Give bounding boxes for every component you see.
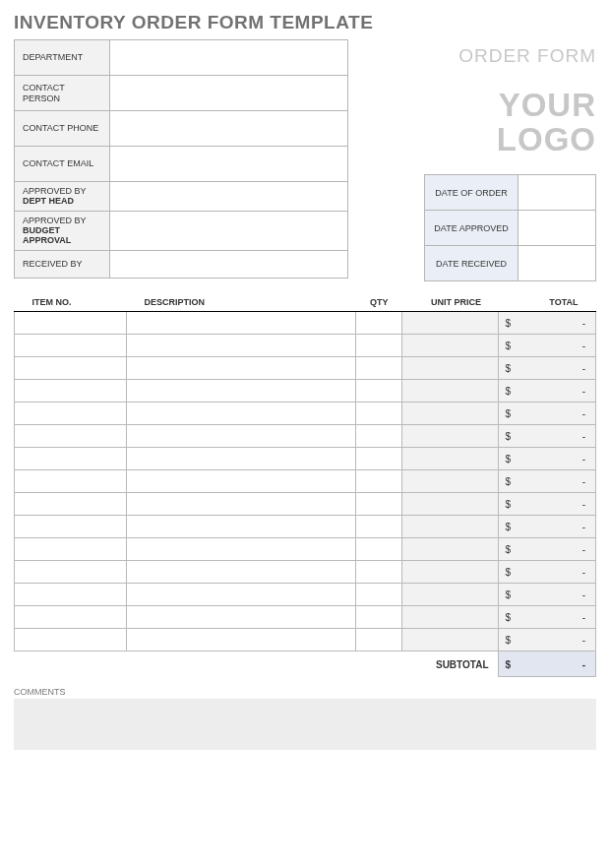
cell-item-no[interactable]	[15, 312, 127, 335]
cell-unit-price[interactable]	[401, 561, 499, 584]
table-row: $-	[15, 538, 596, 561]
cell-qty[interactable]	[356, 470, 402, 493]
cell-item-no[interactable]	[15, 516, 127, 538]
items-table: ITEM NO. DESCRIPTION QTY UNIT PRICE TOTA…	[14, 293, 596, 677]
date-label: DATE RECEIVED	[425, 246, 518, 281]
cell-description[interactable]	[127, 606, 356, 629]
date-row-approved: DATE APPROVED	[425, 211, 596, 246]
cell-qty[interactable]	[356, 357, 402, 380]
cell-total: $-	[499, 403, 596, 425]
cell-description[interactable]	[127, 538, 356, 561]
subtotal-value: $-	[499, 651, 596, 677]
cell-description[interactable]	[127, 516, 356, 538]
cell-description[interactable]	[127, 335, 356, 357]
cell-item-no[interactable]	[15, 538, 127, 561]
top-section: DEPARTMENT CONTACT PERSON CONTACT PHONE …	[14, 39, 596, 281]
info-table: DEPARTMENT CONTACT PERSON CONTACT PHONE …	[14, 39, 348, 279]
date-input-approved[interactable]	[518, 211, 596, 246]
cell-unit-price[interactable]	[401, 584, 499, 606]
info-input-contact-email[interactable]	[110, 147, 348, 182]
cell-description[interactable]	[127, 312, 356, 335]
info-label: DEPARTMENT	[15, 40, 110, 76]
cell-qty[interactable]	[356, 403, 402, 425]
cell-total: $-	[499, 606, 596, 629]
cell-item-no[interactable]	[15, 448, 127, 470]
cell-item-no[interactable]	[15, 584, 127, 606]
cell-item-no[interactable]	[15, 606, 127, 629]
cell-description[interactable]	[127, 380, 356, 403]
cell-unit-price[interactable]	[401, 448, 499, 470]
cell-unit-price[interactable]	[401, 357, 499, 380]
table-row: $-	[15, 357, 596, 380]
info-input-department[interactable]	[110, 40, 348, 76]
cell-item-no[interactable]	[15, 380, 127, 403]
cell-description[interactable]	[127, 357, 356, 380]
cell-item-no[interactable]	[15, 357, 127, 380]
cell-qty[interactable]	[356, 448, 402, 470]
cell-unit-price[interactable]	[401, 538, 499, 561]
cell-qty[interactable]	[356, 425, 402, 448]
info-input-approved-dept-head[interactable]	[110, 182, 348, 212]
cell-unit-price[interactable]	[401, 629, 499, 651]
cell-description[interactable]	[127, 561, 356, 584]
cell-total: $-	[499, 516, 596, 538]
cell-qty[interactable]	[356, 380, 402, 403]
cell-qty[interactable]	[356, 312, 402, 335]
cell-item-no[interactable]	[15, 493, 127, 516]
cell-item-no[interactable]	[15, 629, 127, 651]
table-row: $-	[15, 584, 596, 606]
info-input-received-by[interactable]	[110, 250, 348, 278]
cell-description[interactable]	[127, 448, 356, 470]
col-header-description: DESCRIPTION	[127, 293, 356, 312]
cell-item-no[interactable]	[15, 403, 127, 425]
cell-description[interactable]	[127, 403, 356, 425]
cell-unit-price[interactable]	[401, 312, 499, 335]
cell-qty[interactable]	[356, 561, 402, 584]
cell-description[interactable]	[127, 425, 356, 448]
date-label: DATE OF ORDER	[425, 175, 518, 211]
cell-unit-price[interactable]	[401, 493, 499, 516]
cell-qty[interactable]	[356, 538, 402, 561]
cell-qty[interactable]	[356, 584, 402, 606]
cell-unit-price[interactable]	[401, 380, 499, 403]
cell-total: $-	[499, 584, 596, 606]
cell-unit-price[interactable]	[401, 516, 499, 538]
cell-description[interactable]	[127, 584, 356, 606]
info-row-received-by: RECEIVED BY	[15, 250, 348, 278]
info-input-contact-person[interactable]	[110, 76, 348, 111]
cell-item-no[interactable]	[15, 561, 127, 584]
cell-description[interactable]	[127, 470, 356, 493]
cell-unit-price[interactable]	[401, 425, 499, 448]
date-input-order[interactable]	[518, 175, 596, 211]
comments-input[interactable]	[14, 699, 596, 750]
cell-qty[interactable]	[356, 516, 402, 538]
col-header-item: ITEM NO.	[15, 293, 127, 312]
cell-item-no[interactable]	[15, 470, 127, 493]
cell-total: $-	[499, 561, 596, 584]
cell-unit-price[interactable]	[401, 470, 499, 493]
info-row-contact-email: CONTACT EMAIL	[15, 147, 348, 182]
cell-item-no[interactable]	[15, 425, 127, 448]
cell-qty[interactable]	[356, 629, 402, 651]
comments-label: COMMENTS	[14, 687, 596, 697]
logo-placeholder: YOURLOGO	[380, 89, 596, 156]
date-input-received[interactable]	[518, 246, 596, 281]
cell-description[interactable]	[127, 493, 356, 516]
info-row-department: DEPARTMENT	[15, 40, 348, 76]
cell-total: $-	[499, 493, 596, 516]
info-input-approved-budget[interactable]	[110, 211, 348, 250]
cell-qty[interactable]	[356, 493, 402, 516]
cell-description[interactable]	[127, 629, 356, 651]
cell-unit-price[interactable]	[401, 335, 499, 357]
cell-qty[interactable]	[356, 606, 402, 629]
cell-item-no[interactable]	[15, 335, 127, 357]
cell-qty[interactable]	[356, 335, 402, 357]
cell-unit-price[interactable]	[401, 606, 499, 629]
table-row: $-	[15, 561, 596, 584]
cell-unit-price[interactable]	[401, 403, 499, 425]
items-header-row: ITEM NO. DESCRIPTION QTY UNIT PRICE TOTA…	[15, 293, 596, 312]
date-row-order: DATE OF ORDER	[425, 175, 596, 211]
cell-total: $-	[499, 425, 596, 448]
info-input-contact-phone[interactable]	[110, 111, 348, 147]
info-label: CONTACT PERSON	[15, 76, 110, 111]
